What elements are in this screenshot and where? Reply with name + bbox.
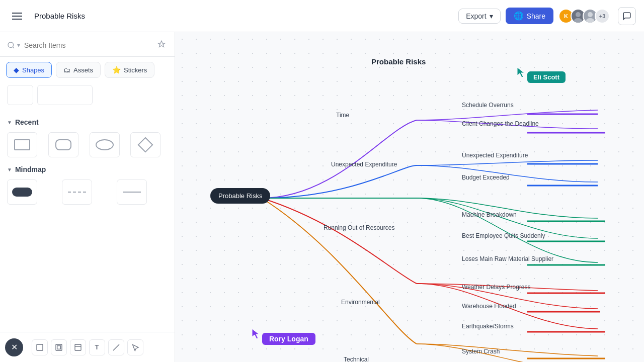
tool-text[interactable]: T — [89, 339, 105, 355]
globe-icon: 🌐 — [514, 11, 524, 21]
svg-point-0 — [576, 12, 581, 17]
search-bar: ▾ — [0, 32, 175, 57]
main-content: ▾ ◆ Shapes 🗂 Assets ⭐ Stickers — [0, 32, 644, 362]
share-button[interactable]: 🌐 Share — [506, 8, 553, 24]
mindmap-dash[interactable] — [62, 179, 92, 205]
sidebar-content: ▼ Recent ▼ Mindmap — [0, 109, 175, 334]
sidebar: ▾ ◆ Shapes 🗂 Assets ⭐ Stickers — [0, 32, 175, 362]
mindmap-section-header[interactable]: ▼ Mindmap — [7, 165, 168, 173]
tool-frame[interactable] — [51, 339, 67, 355]
svg-rect-15 — [57, 345, 60, 349]
shape-diamond[interactable] — [130, 132, 160, 157]
branch-expenditure: Unexpected Expenditure — [331, 161, 397, 168]
svg-point-4 — [8, 42, 14, 48]
center-node-label: Probable Risks — [218, 192, 262, 200]
svg-point-1 — [574, 18, 582, 23]
document-title: Probable Risks — [34, 12, 450, 20]
mindmap-shapes-grid — [7, 179, 168, 205]
search-icon: ▾ — [7, 41, 20, 49]
search-input[interactable] — [24, 41, 151, 49]
svg-point-2 — [588, 12, 593, 17]
header-controls: Export ▾ 🌐 Share K +3 — [458, 8, 610, 24]
mindmap-pill[interactable] — [7, 179, 37, 205]
canvas[interactable]: Probable Risks — [175, 32, 644, 362]
menu-button[interactable] — [8, 7, 26, 25]
leaf-client-changes: Client Changes the Deadline — [462, 120, 539, 127]
leaf-system-crash: System Crash — [462, 348, 500, 355]
leaf-weather-delays: Weather Delays Progress — [462, 284, 531, 291]
mindmap-chevron-icon: ▼ — [7, 167, 12, 172]
recent-label: Recent — [15, 118, 39, 126]
pin-button[interactable] — [155, 39, 168, 51]
svg-point-3 — [586, 18, 594, 23]
svg-rect-14 — [56, 344, 62, 350]
shape-ellipse[interactable] — [90, 132, 120, 157]
share-label: Share — [527, 12, 545, 20]
recent-section-header[interactable]: ▼ Recent — [7, 118, 168, 126]
tab-assets-label: Assets — [73, 66, 93, 74]
leaf-raw-material: Loses Main Raw Material Supplier — [462, 255, 553, 262]
tab-stickers-label: Stickers — [124, 66, 147, 74]
cursor-eli-label: Eli Scott — [527, 71, 566, 83]
preview-item-1[interactable] — [7, 85, 33, 105]
cursor-eli: Eli Scott — [523, 71, 566, 83]
branch-environmental: Environmental — [341, 299, 380, 306]
shape-rectangle[interactable] — [7, 132, 37, 157]
cursor-rory-label: Rory Logan — [262, 333, 315, 345]
leaf-machine-breakdown: Machine Breakdown — [462, 211, 517, 218]
cursor-rory: Rory Logan — [258, 333, 315, 345]
preview-item-2[interactable] — [37, 85, 93, 105]
tab-assets[interactable]: 🗂 Assets — [56, 62, 101, 78]
recent-shapes-grid — [7, 132, 168, 157]
tab-shapes-label: Shapes — [22, 66, 44, 74]
comment-button[interactable] — [618, 7, 636, 25]
branch-time: Time — [336, 112, 349, 119]
svg-marker-31 — [252, 329, 259, 339]
branch-technical: Technical — [344, 356, 369, 362]
avatar-overflow: +3 — [595, 9, 610, 24]
collaborators-avatars: K +3 — [558, 9, 610, 24]
app-header: Probable Risks Export ▾ 🌐 Share K +3 — [0, 0, 644, 32]
bottom-toolbar: ✕ T — [0, 332, 175, 362]
tool-line[interactable] — [108, 339, 124, 355]
leaf-earthquake: Earthquake/Storms — [462, 323, 514, 330]
leaf-employee-quits: Best Employee Quits Suddenly — [462, 232, 545, 239]
svg-rect-13 — [37, 344, 43, 350]
leaf-schedule-overruns: Schedule Overruns — [462, 102, 514, 109]
tab-stickers[interactable]: ⭐ Stickers — [105, 62, 154, 78]
tool-note[interactable] — [70, 339, 86, 355]
tab-shapes[interactable]: ◆ Shapes — [6, 62, 52, 78]
svg-line-5 — [13, 47, 14, 48]
leaf-warehouse-flooded: Warehouse Flooded — [462, 303, 516, 310]
mindmap-label: Mindmap — [15, 165, 46, 173]
export-label: Export — [466, 12, 486, 20]
svg-marker-30 — [517, 67, 524, 77]
center-node[interactable]: Probable Risks — [210, 188, 270, 204]
leaf-unexpected-exp: Unexpected Expenditure — [462, 152, 528, 159]
assets-icon: 🗂 — [63, 66, 70, 74]
leaf-budget-exceeded: Budget Exceeded — [462, 174, 510, 181]
mindmap-line[interactable] — [117, 179, 147, 205]
tool-pointer[interactable] — [127, 339, 143, 355]
svg-line-17 — [113, 344, 119, 350]
tool-rectangle[interactable] — [32, 339, 48, 355]
branch-resources: Running Out of Resources — [324, 224, 394, 231]
close-button[interactable]: ✕ — [5, 338, 23, 356]
shape-rounded-rect[interactable] — [48, 132, 78, 157]
chevron-down-icon: ▾ — [490, 12, 493, 20]
chevron-icon: ▼ — [7, 120, 12, 125]
tab-row: ◆ Shapes 🗂 Assets ⭐ Stickers — [0, 57, 175, 83]
stickers-icon: ⭐ — [112, 66, 121, 74]
shapes-icon: ◆ — [14, 66, 19, 74]
svg-rect-16 — [75, 344, 81, 350]
export-button[interactable]: Export ▾ — [458, 9, 500, 24]
